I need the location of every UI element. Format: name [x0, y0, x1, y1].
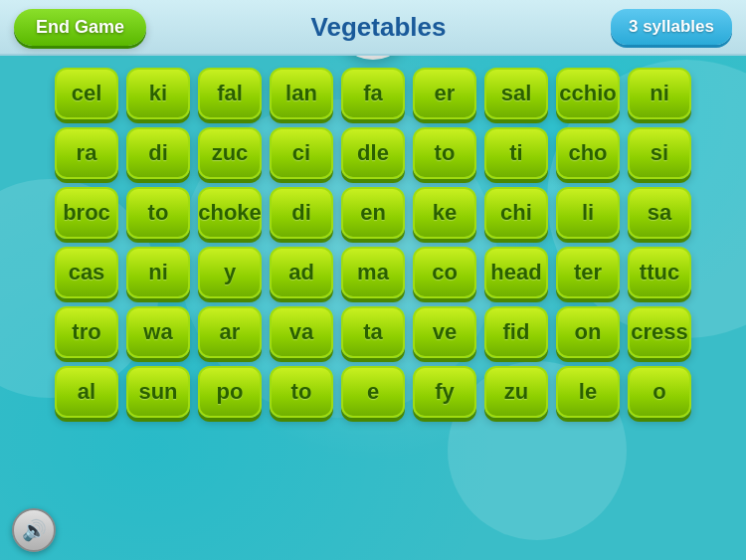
syllables-badge: 3 syllables	[611, 9, 732, 45]
tile-3-6[interactable]: head	[484, 247, 548, 298]
tile-grid: celkifallanfaersalcchioniradizuccidletot…	[0, 56, 746, 428]
tile-row-4: trowaarvatavefidoncress	[18, 306, 728, 358]
tile-0-4[interactable]: fa	[341, 68, 405, 119]
tile-5-5[interactable]: fy	[413, 366, 476, 418]
tile-row-3: casniyadmacoheadterttuc	[18, 247, 728, 298]
tile-1-2[interactable]: zuc	[198, 127, 262, 179]
tile-5-1[interactable]: sun	[126, 366, 190, 418]
tile-3-1[interactable]: ni	[126, 247, 190, 298]
tile-2-8[interactable]: sa	[628, 187, 691, 239]
tile-4-0[interactable]: tro	[55, 306, 118, 358]
tile-3-4[interactable]: ma	[341, 247, 405, 298]
tile-2-2[interactable]: choke	[198, 187, 262, 239]
tile-1-8[interactable]: si	[628, 127, 691, 179]
tile-2-1[interactable]: to	[126, 187, 190, 239]
tile-5-4[interactable]: e	[341, 366, 405, 418]
tile-0-1[interactable]: ki	[126, 68, 190, 119]
tile-4-1[interactable]: wa	[126, 306, 190, 358]
tile-2-4[interactable]: en	[341, 187, 405, 239]
tile-0-5[interactable]: er	[413, 68, 476, 119]
tile-4-8[interactable]: cress	[628, 306, 691, 358]
footer: 🔊	[12, 508, 56, 552]
tile-1-6[interactable]: ti	[484, 127, 548, 179]
tile-5-0[interactable]: al	[55, 366, 118, 418]
tile-2-5[interactable]: ke	[413, 187, 476, 239]
tile-0-6[interactable]: sal	[484, 68, 548, 119]
header: End Game Vegetables 3 syllables	[0, 0, 746, 56]
tile-1-0[interactable]: ra	[55, 127, 118, 179]
tile-1-4[interactable]: dle	[341, 127, 405, 179]
tile-2-7[interactable]: li	[556, 187, 620, 239]
end-game-button[interactable]: End Game	[14, 9, 146, 46]
tile-0-2[interactable]: fal	[198, 68, 262, 119]
tile-4-6[interactable]: fid	[484, 306, 548, 358]
tile-4-5[interactable]: ve	[413, 306, 476, 358]
tile-3-8[interactable]: ttuc	[628, 247, 691, 298]
tile-3-0[interactable]: cas	[55, 247, 118, 298]
speaker-button[interactable]: 🔊	[12, 508, 56, 552]
tile-5-8[interactable]: o	[628, 366, 691, 418]
tile-1-7[interactable]: cho	[556, 127, 620, 179]
tile-5-7[interactable]: le	[556, 366, 620, 418]
tile-0-7[interactable]: cchio	[556, 68, 620, 119]
page-title: Vegetables	[146, 12, 611, 43]
tile-3-7[interactable]: ter	[556, 247, 620, 298]
tile-2-6[interactable]: chi	[484, 187, 548, 239]
tile-row-2: broctochokedienkechilisa	[18, 187, 728, 239]
tile-2-3[interactable]: di	[270, 187, 333, 239]
tile-3-5[interactable]: co	[413, 247, 476, 298]
tile-0-0[interactable]: cel	[55, 68, 118, 119]
tile-3-3[interactable]: ad	[270, 247, 333, 298]
tile-0-8[interactable]: ni	[628, 68, 691, 119]
tile-4-4[interactable]: ta	[341, 306, 405, 358]
speaker-icon: 🔊	[22, 518, 47, 542]
tile-4-7[interactable]: on	[556, 306, 620, 358]
tile-3-2[interactable]: y	[198, 247, 262, 298]
tile-1-5[interactable]: to	[413, 127, 476, 179]
tile-2-0[interactable]: broc	[55, 187, 118, 239]
tile-5-2[interactable]: po	[198, 366, 262, 418]
tile-0-3[interactable]: lan	[270, 68, 333, 119]
tile-5-6[interactable]: zu	[484, 366, 548, 418]
tile-1-3[interactable]: ci	[270, 127, 333, 179]
tile-4-2[interactable]: ar	[198, 306, 262, 358]
tile-row-0: celkifallanfaersalcchioni	[18, 68, 728, 119]
tile-5-3[interactable]: to	[270, 366, 333, 418]
tile-1-1[interactable]: di	[126, 127, 190, 179]
tile-row-5: alsunpotoefyzuleo	[18, 366, 728, 418]
tile-row-1: radizuccidletotichosi	[18, 127, 728, 179]
tile-4-3[interactable]: va	[270, 306, 333, 358]
